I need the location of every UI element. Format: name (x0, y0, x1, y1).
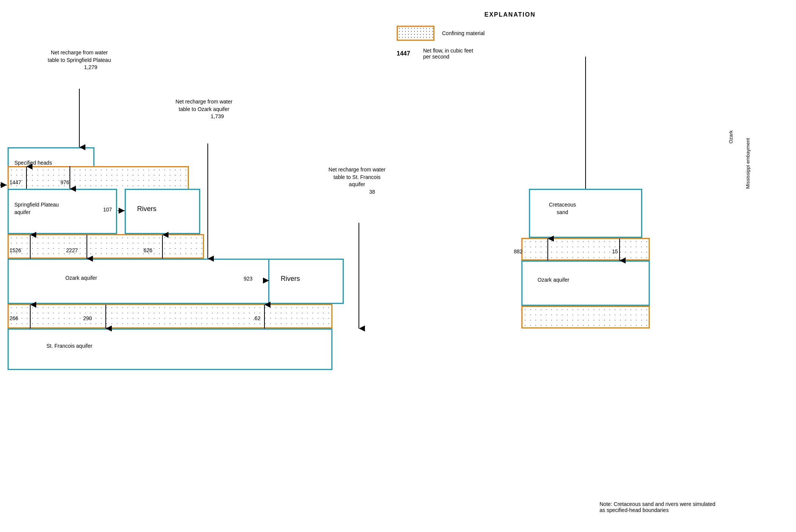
confining-material-mid-left (8, 234, 204, 259)
diagram-container: EXPLANATION Confining material 1447 Net … (0, 0, 796, 532)
flow-1447: 1447 (9, 179, 21, 185)
legend-flow: 1447 Net flow, in cubic feetper second (397, 48, 623, 60)
cretaceous-box: Cretaceoussand (529, 189, 642, 238)
flow-290: 290 (83, 315, 92, 321)
springfield-label: Springfield Plateauaquifer (14, 201, 59, 216)
ozark-side-label: Ozark (728, 76, 734, 143)
mississippi-side-label: Mississippi embayment (745, 76, 751, 189)
confining-material-top-left (8, 166, 189, 189)
rivers-ozark-label: Rivers (281, 275, 300, 283)
ozark-label: Ozark aquifer (65, 275, 97, 281)
flow-1526: 1526 (9, 247, 21, 253)
legend-confining-label: Confining material (442, 30, 485, 36)
specified-heads-label: Specified heads (14, 160, 52, 166)
recharge-ozark-label: Net recharge from watertable to Ozark aq… (159, 98, 249, 120)
flow-15: 15 (612, 248, 618, 254)
flow-2227: 2227 (66, 247, 78, 253)
flow-882: 882 (514, 248, 522, 254)
confining-box-legend (397, 26, 434, 41)
flow-626: 626 (144, 247, 152, 253)
recharge-springfield-label: Net recharge from watertable to Springfi… (38, 49, 121, 71)
legend-flow-label: Net flow, in cubic feetper second (423, 48, 473, 60)
confining-material-right-bottom (521, 306, 650, 328)
recharge-stfrancois-label: Net recharge from watertable to St. Fran… (310, 166, 404, 196)
flow-266: 266 (9, 315, 18, 321)
rivers-ozark-box: Rivers (268, 259, 344, 304)
flow-107: 107 (103, 207, 112, 213)
confining-material-bottom-left (8, 304, 332, 328)
legend-confining: Confining material (397, 26, 623, 41)
explanation-title: EXPLANATION (397, 11, 623, 18)
flow-976: 976 (60, 179, 69, 185)
confining-material-right-mid (521, 238, 650, 261)
flow-923: 923 (244, 276, 252, 282)
rivers-springfield-label: Rivers (137, 205, 156, 213)
springfield-box: Springfield Plateauaquifer (8, 189, 117, 234)
stfrancois-label: St. Francois aquifer (46, 343, 92, 349)
stfrancois-box: St. Francois aquifer (8, 328, 332, 370)
rivers-springfield-box: Rivers (125, 189, 200, 234)
flow-62: .62 (253, 315, 260, 321)
ozark-right-box: Ozark aquifer (521, 261, 650, 306)
cretaceous-label: Cretaceoussand (549, 201, 576, 216)
bottom-note: Note: Cretaceous sand and rivers were si… (600, 501, 758, 513)
legend-flow-number: 1447 (397, 50, 416, 57)
ozark-right-label: Ozark aquifer (538, 277, 569, 283)
explanation-section: EXPLANATION Confining material 1447 Net … (397, 11, 623, 66)
